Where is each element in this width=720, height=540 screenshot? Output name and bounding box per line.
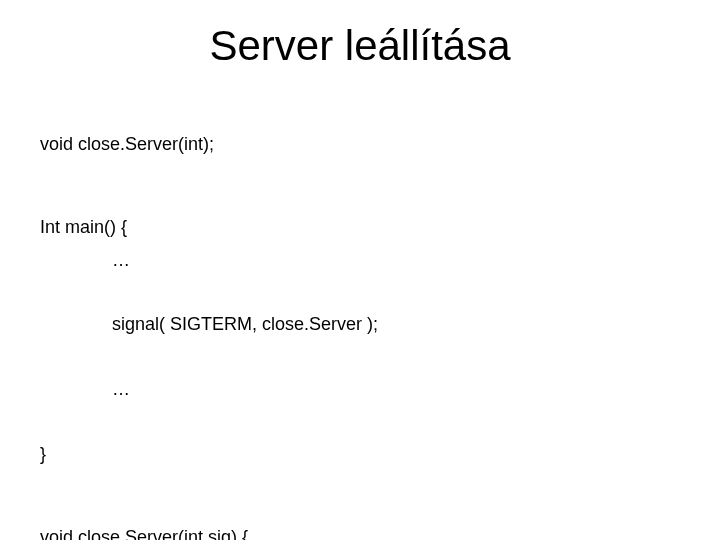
code-line: void close.Server(int); bbox=[40, 134, 214, 154]
blank-line bbox=[40, 161, 680, 179]
code-line: … bbox=[40, 373, 680, 405]
slide: Server leállítása void close.Server(int)… bbox=[0, 0, 720, 540]
blank-line bbox=[40, 470, 680, 488]
code-line: … bbox=[40, 244, 680, 276]
code-block: void close.Server(int); Int main() { … s… bbox=[40, 96, 680, 540]
code-line: signal( SIGTERM, close.Server ); bbox=[40, 308, 680, 340]
code-line: Int main() { bbox=[40, 217, 127, 237]
slide-title: Server leállítása bbox=[40, 22, 680, 70]
code-line: } bbox=[40, 444, 46, 464]
code-line: void close.Server(int sig) { bbox=[40, 527, 248, 540]
